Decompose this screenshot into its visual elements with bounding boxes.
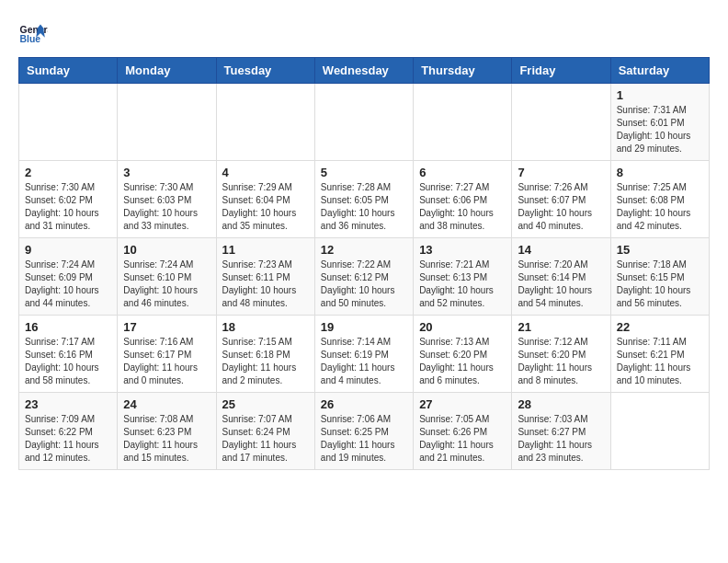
day-number: 10 xyxy=(123,243,210,257)
calendar-cell: 24Sunrise: 7:08 AM Sunset: 6:23 PM Dayli… xyxy=(118,393,216,470)
calendar-cell: 18Sunrise: 7:15 AM Sunset: 6:18 PM Dayli… xyxy=(216,316,314,393)
day-number: 17 xyxy=(123,320,210,334)
calendar-table: SundayMondayTuesdayWednesdayThursdayFrid… xyxy=(18,57,710,470)
day-info: Sunrise: 7:30 AM Sunset: 6:03 PM Dayligh… xyxy=(123,181,210,233)
day-info: Sunrise: 7:09 AM Sunset: 6:22 PM Dayligh… xyxy=(25,413,111,465)
day-of-week-header: Wednesday xyxy=(314,58,413,84)
day-info: Sunrise: 7:16 AM Sunset: 6:17 PM Dayligh… xyxy=(123,336,210,387)
calendar-cell xyxy=(610,393,709,470)
day-info: Sunrise: 7:25 AM Sunset: 6:08 PM Dayligh… xyxy=(617,181,703,233)
day-number: 23 xyxy=(25,397,111,411)
calendar-cell: 2Sunrise: 7:30 AM Sunset: 6:02 PM Daylig… xyxy=(19,161,118,238)
calendar-week-row: 16Sunrise: 7:17 AM Sunset: 6:16 PM Dayli… xyxy=(19,316,710,393)
day-number: 21 xyxy=(518,320,604,334)
day-info: Sunrise: 7:06 AM Sunset: 6:25 PM Dayligh… xyxy=(321,413,407,465)
day-number: 14 xyxy=(518,243,604,257)
calendar-cell: 10Sunrise: 7:24 AM Sunset: 6:10 PM Dayli… xyxy=(118,238,216,316)
day-number: 25 xyxy=(222,397,309,411)
day-number: 15 xyxy=(617,243,703,257)
calendar-cell: 6Sunrise: 7:27 AM Sunset: 6:06 PM Daylig… xyxy=(414,161,512,238)
calendar-cell: 14Sunrise: 7:20 AM Sunset: 6:14 PM Dayli… xyxy=(512,238,610,316)
day-info: Sunrise: 7:21 AM Sunset: 6:13 PM Dayligh… xyxy=(419,259,506,310)
calendar-cell xyxy=(216,84,314,161)
day-info: Sunrise: 7:18 AM Sunset: 6:15 PM Dayligh… xyxy=(617,259,703,310)
calendar-cell: 22Sunrise: 7:11 AM Sunset: 6:21 PM Dayli… xyxy=(610,316,709,393)
day-info: Sunrise: 7:14 AM Sunset: 6:19 PM Dayligh… xyxy=(321,336,407,387)
logo: General Blue xyxy=(18,18,48,48)
day-info: Sunrise: 7:05 AM Sunset: 6:26 PM Dayligh… xyxy=(419,413,506,465)
day-number: 2 xyxy=(25,166,111,179)
day-info: Sunrise: 7:07 AM Sunset: 6:24 PM Dayligh… xyxy=(222,413,309,465)
calendar-cell: 17Sunrise: 7:16 AM Sunset: 6:17 PM Dayli… xyxy=(118,316,216,393)
calendar-cell: 9Sunrise: 7:24 AM Sunset: 6:09 PM Daylig… xyxy=(19,238,118,316)
day-number: 7 xyxy=(518,166,604,179)
day-of-week-header: Tuesday xyxy=(216,58,314,84)
day-info: Sunrise: 7:24 AM Sunset: 6:10 PM Dayligh… xyxy=(123,259,210,310)
calendar-header-row: SundayMondayTuesdayWednesdayThursdayFrid… xyxy=(19,58,710,84)
calendar-cell xyxy=(314,84,413,161)
day-info: Sunrise: 7:23 AM Sunset: 6:11 PM Dayligh… xyxy=(222,259,309,310)
page-header: General Blue xyxy=(18,18,710,48)
calendar-cell: 20Sunrise: 7:13 AM Sunset: 6:20 PM Dayli… xyxy=(414,316,512,393)
calendar-cell: 1Sunrise: 7:31 AM Sunset: 6:01 PM Daylig… xyxy=(610,84,709,161)
day-of-week-header: Sunday xyxy=(19,58,118,84)
day-number: 3 xyxy=(123,166,210,179)
calendar-week-row: 2Sunrise: 7:30 AM Sunset: 6:02 PM Daylig… xyxy=(19,161,710,238)
day-number: 13 xyxy=(419,243,506,257)
calendar-cell: 11Sunrise: 7:23 AM Sunset: 6:11 PM Dayli… xyxy=(216,238,314,316)
day-info: Sunrise: 7:31 AM Sunset: 6:01 PM Dayligh… xyxy=(617,104,703,155)
day-number: 26 xyxy=(321,397,407,411)
calendar-cell: 5Sunrise: 7:28 AM Sunset: 6:05 PM Daylig… xyxy=(314,161,413,238)
day-info: Sunrise: 7:11 AM Sunset: 6:21 PM Dayligh… xyxy=(617,336,703,387)
day-number: 22 xyxy=(617,320,703,334)
day-info: Sunrise: 7:12 AM Sunset: 6:20 PM Dayligh… xyxy=(518,336,604,387)
calendar-cell: 23Sunrise: 7:09 AM Sunset: 6:22 PM Dayli… xyxy=(19,393,118,470)
calendar-cell: 8Sunrise: 7:25 AM Sunset: 6:08 PM Daylig… xyxy=(610,161,709,238)
day-number: 8 xyxy=(617,166,703,179)
day-info: Sunrise: 7:24 AM Sunset: 6:09 PM Dayligh… xyxy=(25,259,111,310)
calendar-cell: 13Sunrise: 7:21 AM Sunset: 6:13 PM Dayli… xyxy=(414,238,512,316)
day-info: Sunrise: 7:20 AM Sunset: 6:14 PM Dayligh… xyxy=(518,259,604,310)
day-info: Sunrise: 7:27 AM Sunset: 6:06 PM Dayligh… xyxy=(419,181,506,233)
day-number: 19 xyxy=(321,320,407,334)
calendar-cell xyxy=(19,84,118,161)
day-info: Sunrise: 7:03 AM Sunset: 6:27 PM Dayligh… xyxy=(518,413,604,465)
calendar-week-row: 23Sunrise: 7:09 AM Sunset: 6:22 PM Dayli… xyxy=(19,393,710,470)
day-info: Sunrise: 7:26 AM Sunset: 6:07 PM Dayligh… xyxy=(518,181,604,233)
calendar-cell: 27Sunrise: 7:05 AM Sunset: 6:26 PM Dayli… xyxy=(414,393,512,470)
day-info: Sunrise: 7:13 AM Sunset: 6:20 PM Dayligh… xyxy=(419,336,506,387)
day-number: 16 xyxy=(25,320,111,334)
calendar-cell: 15Sunrise: 7:18 AM Sunset: 6:15 PM Dayli… xyxy=(610,238,709,316)
calendar-week-row: 1Sunrise: 7:31 AM Sunset: 6:01 PM Daylig… xyxy=(19,84,710,161)
logo-icon: General Blue xyxy=(18,18,48,48)
day-info: Sunrise: 7:30 AM Sunset: 6:02 PM Dayligh… xyxy=(25,181,111,233)
calendar-cell: 4Sunrise: 7:29 AM Sunset: 6:04 PM Daylig… xyxy=(216,161,314,238)
day-number: 1 xyxy=(617,88,703,102)
day-number: 27 xyxy=(419,397,506,411)
calendar-cell: 25Sunrise: 7:07 AM Sunset: 6:24 PM Dayli… xyxy=(216,393,314,470)
calendar-cell: 12Sunrise: 7:22 AM Sunset: 6:12 PM Dayli… xyxy=(314,238,413,316)
day-info: Sunrise: 7:17 AM Sunset: 6:16 PM Dayligh… xyxy=(25,336,111,387)
day-info: Sunrise: 7:29 AM Sunset: 6:04 PM Dayligh… xyxy=(222,181,309,233)
day-number: 18 xyxy=(222,320,309,334)
day-info: Sunrise: 7:22 AM Sunset: 6:12 PM Dayligh… xyxy=(321,259,407,310)
day-number: 12 xyxy=(321,243,407,257)
calendar-cell xyxy=(512,84,610,161)
day-number: 28 xyxy=(518,397,604,411)
day-number: 4 xyxy=(222,166,309,179)
calendar-cell: 21Sunrise: 7:12 AM Sunset: 6:20 PM Dayli… xyxy=(512,316,610,393)
day-of-week-header: Thursday xyxy=(414,58,512,84)
day-info: Sunrise: 7:08 AM Sunset: 6:23 PM Dayligh… xyxy=(123,413,210,465)
calendar-cell: 7Sunrise: 7:26 AM Sunset: 6:07 PM Daylig… xyxy=(512,161,610,238)
day-number: 5 xyxy=(321,166,407,179)
day-of-week-header: Monday xyxy=(118,58,216,84)
day-number: 11 xyxy=(222,243,309,257)
calendar-cell: 3Sunrise: 7:30 AM Sunset: 6:03 PM Daylig… xyxy=(118,161,216,238)
day-number: 24 xyxy=(123,397,210,411)
calendar-cell: 19Sunrise: 7:14 AM Sunset: 6:19 PM Dayli… xyxy=(314,316,413,393)
day-of-week-header: Friday xyxy=(512,58,610,84)
calendar-week-row: 9Sunrise: 7:24 AM Sunset: 6:09 PM Daylig… xyxy=(19,238,710,316)
calendar-cell: 16Sunrise: 7:17 AM Sunset: 6:16 PM Dayli… xyxy=(19,316,118,393)
calendar-cell: 26Sunrise: 7:06 AM Sunset: 6:25 PM Dayli… xyxy=(314,393,413,470)
day-info: Sunrise: 7:28 AM Sunset: 6:05 PM Dayligh… xyxy=(321,181,407,233)
